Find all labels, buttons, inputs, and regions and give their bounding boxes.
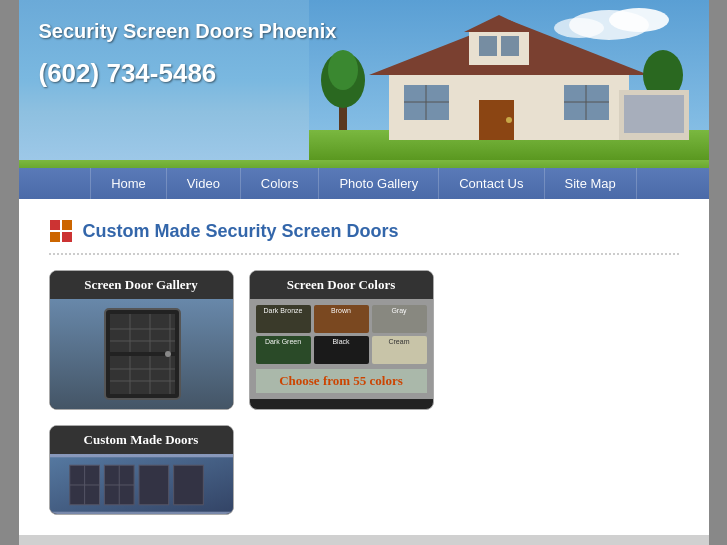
section-title: Custom Made Security Screen Doors [83,221,399,242]
site-title: Security Screen Doors Phoenix [39,20,337,43]
card-gallery: Screen Door Gallery [49,270,234,410]
svg-rect-10 [501,36,519,56]
nav-item-contact-us[interactable]: Contact Us [439,168,544,199]
bottom-area [19,535,709,545]
swatch-label: Black [314,338,369,345]
content-divider [49,253,679,255]
svg-rect-29 [62,232,72,242]
header-house-image [309,0,709,160]
color-swatches-grid: Dark Bronze Brown Gray Dark Green Black [256,305,427,364]
swatch-dark-bronze: Dark Bronze [256,305,311,333]
svg-rect-33 [110,356,175,394]
site-phone: (602) 734-5486 [39,58,337,89]
nav-item-colors[interactable]: Colors [241,168,320,199]
svg-rect-7 [469,30,529,65]
card-colors-body: Dark Bronze Brown Gray Dark Green Black [250,299,433,399]
nav-item-video[interactable]: Video [167,168,241,199]
svg-point-18 [506,117,512,123]
swatch-label: Gray [372,307,427,314]
colors-cta[interactable]: Choose from 55 colors [256,369,427,393]
card-gallery-title: Screen Door Gallery [50,271,233,299]
card-colors: Screen Door Colors Dark Bronze Brown Gra… [249,270,434,410]
swatch-black: Black [314,336,369,364]
nav-item-photo-gallery[interactable]: Photo Gallery [319,168,439,199]
section-title-row: Custom Made Security Screen Doors [49,219,679,243]
header: Security Screen Doors Phoenix (602) 734-… [19,0,709,160]
card-gallery-image[interactable] [50,299,233,409]
nav-bar: Home Video Colors Photo Gallery Contact … [19,168,709,199]
green-strip-divider [19,160,709,168]
svg-rect-25 [624,95,684,133]
svg-rect-9 [479,36,497,56]
svg-point-44 [165,351,171,357]
nav-item-home[interactable]: Home [90,168,167,199]
svg-point-2 [609,8,669,32]
svg-point-3 [554,18,604,38]
card-custom-made: Custom Made Doors [49,425,234,515]
swatch-gray: Gray [372,305,427,333]
svg-rect-32 [110,314,175,352]
header-text-block: Security Screen Doors Phoenix (602) 734-… [39,20,337,89]
swatch-green: Dark Green [256,336,311,364]
swatch-label: Brown [314,307,369,314]
nav-item-site-map[interactable]: Site Map [545,168,637,199]
swatch-brown: Brown [314,305,369,333]
card-custom-title: Custom Made Doors [50,426,233,454]
swatch-label: Dark Bronze [256,307,311,314]
svg-rect-27 [62,220,72,230]
svg-rect-28 [50,232,60,242]
main-content: Custom Made Security Screen Doors Screen… [19,199,709,535]
card-custom-image[interactable] [50,454,233,514]
swatch-cream: Cream [372,336,427,364]
card-colors-title: Screen Door Colors [250,271,433,299]
title-icon [49,219,73,243]
cards-row: Screen Door Gallery [49,270,679,410]
swatch-label: Cream [372,338,427,345]
svg-rect-48 [139,465,169,505]
swatch-label: Dark Green [256,338,311,345]
page-wrapper: Security Screen Doors Phoenix (602) 734-… [19,0,709,545]
svg-rect-49 [173,465,203,505]
svg-rect-26 [50,220,60,230]
